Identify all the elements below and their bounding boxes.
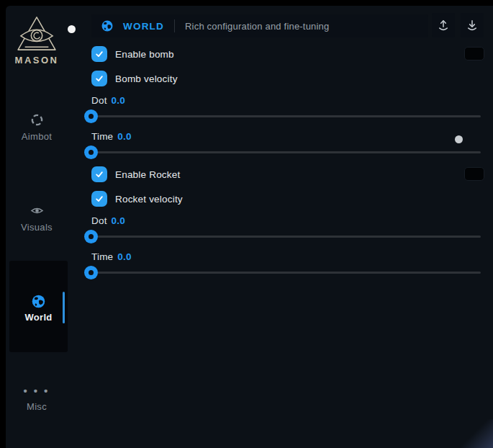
page-header: WORLD Rich configuration and fine-tuning bbox=[91, 14, 428, 37]
checkbox-label: Rocket velocity bbox=[115, 194, 183, 205]
slider-track[interactable] bbox=[86, 115, 481, 117]
sidebar-item-label: Visuals bbox=[6, 222, 68, 233]
rocket-velocity-row: Rocket velocity bbox=[91, 191, 183, 207]
crosshair-icon bbox=[6, 113, 68, 127]
rocket-color-swatch[interactable] bbox=[464, 167, 484, 181]
page-title: WORLD bbox=[123, 21, 164, 32]
bomb-dot-slider-label: Dot0.0 bbox=[91, 95, 125, 107]
slider-knob[interactable] bbox=[84, 145, 98, 159]
bomb-velocity-checkbox[interactable] bbox=[91, 71, 107, 86]
eye-icon bbox=[6, 204, 68, 218]
checkbox-label: Enable Rocket bbox=[115, 169, 180, 180]
slider-value: 0.0 bbox=[112, 95, 125, 106]
rocket-velocity-checkbox[interactable] bbox=[91, 191, 107, 207]
globe-icon bbox=[31, 294, 46, 308]
sidebar-item-misc[interactable]: • • • Misc bbox=[6, 386, 68, 412]
rocket-dot-slider[interactable] bbox=[84, 229, 481, 243]
cursor-dot bbox=[455, 135, 463, 143]
app-logo: MASON bbox=[6, 16, 68, 66]
slider-knob[interactable] bbox=[84, 109, 98, 123]
window-resize-corner[interactable] bbox=[460, 419, 493, 448]
slider-name: Dot bbox=[91, 95, 107, 106]
upload-icon bbox=[437, 19, 450, 32]
bomb-time-slider[interactable] bbox=[84, 145, 481, 159]
enable-rocket-row: Enable Rocket bbox=[91, 166, 180, 182]
ellipsis-icon: • • • bbox=[6, 386, 68, 400]
page-subtitle: Rich configuration and fine-tuning bbox=[185, 21, 329, 32]
bomb-velocity-row: Bomb velocity bbox=[91, 71, 178, 86]
slider-track[interactable] bbox=[86, 272, 481, 274]
logo-text: MASON bbox=[6, 55, 68, 66]
enable-bomb-row: Enable bomb bbox=[91, 46, 174, 62]
slider-name: Time bbox=[91, 251, 113, 262]
slider-track[interactable] bbox=[86, 236, 481, 238]
globe-icon bbox=[101, 19, 114, 32]
rocket-time-slider[interactable] bbox=[84, 265, 481, 279]
eye-triangle-logo-icon bbox=[6, 16, 68, 52]
sidebar-item-label: Aimbot bbox=[6, 131, 68, 142]
slider-name: Time bbox=[91, 131, 113, 142]
checkbox-label: Bomb velocity bbox=[115, 73, 178, 84]
checkbox-label: Enable bomb bbox=[115, 49, 174, 60]
active-tab-indicator bbox=[63, 292, 65, 323]
sidebar-item-label: Misc bbox=[6, 401, 68, 412]
slider-track[interactable] bbox=[86, 151, 481, 153]
export-config-button[interactable] bbox=[432, 13, 455, 37]
enable-bomb-checkbox[interactable] bbox=[91, 46, 107, 62]
app-window: MASON Aimbot Visuals World bbox=[6, 6, 493, 448]
slider-value: 0.0 bbox=[117, 251, 131, 262]
slider-value: 0.0 bbox=[112, 215, 125, 226]
sidebar-item-world[interactable]: World bbox=[9, 261, 68, 352]
bomb-dot-slider[interactable] bbox=[84, 109, 481, 123]
slider-name: Dot bbox=[91, 215, 107, 226]
bomb-color-swatch[interactable] bbox=[464, 47, 484, 61]
rocket-time-slider-label: Time0.0 bbox=[91, 251, 132, 263]
slider-value: 0.0 bbox=[117, 131, 131, 142]
sidebar-item-aimbot[interactable]: Aimbot bbox=[6, 113, 68, 142]
sidebar-item-visuals[interactable]: Visuals bbox=[6, 204, 68, 233]
slider-knob[interactable] bbox=[84, 230, 98, 243]
sidebar-item-label: World bbox=[24, 312, 52, 323]
enable-rocket-checkbox[interactable] bbox=[91, 166, 107, 182]
cursor-dot bbox=[68, 25, 76, 33]
rocket-dot-slider-label: Dot0.0 bbox=[91, 215, 125, 227]
download-icon bbox=[466, 19, 479, 32]
bomb-time-slider-label: Time0.0 bbox=[91, 131, 132, 143]
slider-knob[interactable] bbox=[84, 266, 98, 279]
header-divider bbox=[174, 19, 175, 32]
import-config-button[interactable] bbox=[461, 13, 484, 37]
